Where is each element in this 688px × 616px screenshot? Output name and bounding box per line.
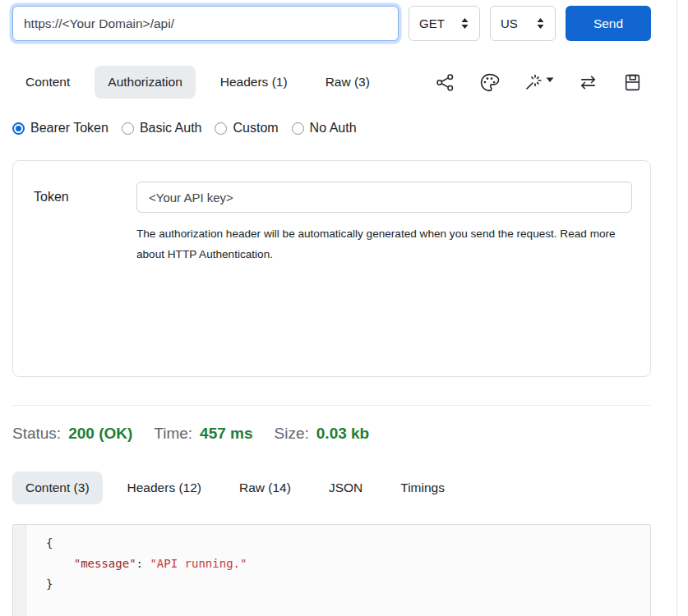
tab-raw[interactable]: Raw (3) [312,66,383,99]
response-tab-json[interactable]: JSON [316,471,376,504]
auth-options: Bearer Token Basic Auth Custom No Auth [12,121,651,136]
code-gutter [13,525,26,616]
radio-icon [292,122,304,135]
region-select-value: US [501,16,518,30]
page-edge-divider [676,0,677,616]
swap-arrows-icon[interactable] [578,72,598,93]
auth-option-basic-auth[interactable]: Basic Auth [122,121,202,136]
request-bar: GET US Send [12,6,651,41]
response-tab-content[interactable]: Content (3) [12,471,103,504]
response-tab-timings[interactable]: Timings [387,471,458,504]
json-separator: : [136,557,150,570]
radio-icon [215,122,227,135]
token-row: Token [34,182,632,213]
tab-content[interactable]: Content [12,66,83,99]
time-label: Time: [154,425,192,443]
method-select-value: GET [419,16,445,30]
size-label: Size: [275,425,309,443]
status-label: Status: [12,425,61,443]
section-divider [12,405,651,406]
auth-option-label: Custom [233,121,278,136]
request-tabs: Content Authorization Headers (1) Raw (3… [12,66,383,99]
json-value: "API running." [150,557,247,570]
method-select[interactable]: GET [409,6,480,41]
radio-icon [122,122,134,135]
auth-option-label: Bearer Token [30,121,109,136]
share-icon[interactable] [435,72,455,93]
request-tabs-row: Content Authorization Headers (1) Raw (3… [12,66,651,99]
status-value: 200 (OK) [68,425,132,443]
select-arrows-icon [536,17,545,30]
response-tab-raw[interactable]: Raw (14) [226,471,304,504]
select-arrows-icon [460,17,469,30]
main-content: GET US Send Content Authorization Header… [12,0,651,616]
auth-option-no-auth[interactable]: No Auth [292,121,357,136]
url-input[interactable] [12,6,399,41]
radio-selected-icon [12,122,25,135]
size-value: 0.03 kb [316,425,369,443]
auth-help-text: The authorization header will be automat… [136,223,630,264]
send-button[interactable]: Send [566,6,651,41]
region-select[interactable]: US [490,6,556,41]
tab-headers[interactable]: Headers (1) [207,66,301,99]
response-json: { "message": "API running." } [46,533,650,595]
time-value: 457 ms [200,425,252,443]
auth-option-custom[interactable]: Custom [215,121,278,136]
token-input[interactable] [136,182,632,213]
toolbar-icons [435,72,643,93]
response-body-panel: { "message": "API running." } [12,524,651,616]
auto-generate-dropdown-icon[interactable] [524,72,554,92]
auth-option-label: No Auth [310,121,357,136]
tab-authorization[interactable]: Authorization [95,66,195,99]
auth-option-bearer-token[interactable]: Bearer Token [12,121,109,136]
response-tabs: Content (3) Headers (12) Raw (14) JSON T… [12,471,651,504]
json-open-brace: { [46,536,53,549]
auth-panel: Token The authorization header will be a… [12,160,651,377]
json-close-brace: } [46,577,53,591]
auth-option-label: Basic Auth [140,121,202,136]
response-summary: Status: 200 (OK) Time: 457 ms Size: 0.03… [12,425,651,443]
save-icon[interactable] [622,72,643,93]
response-tab-headers[interactable]: Headers (12) [114,471,215,504]
theme-palette-icon[interactable] [479,72,500,93]
json-key: "message" [74,557,136,570]
token-label: Token [34,190,136,205]
